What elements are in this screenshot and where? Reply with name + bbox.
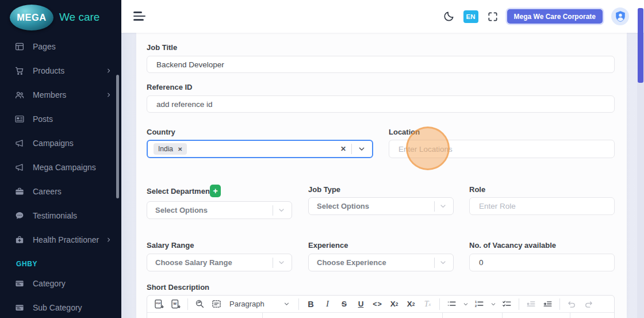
chevron-down-icon[interactable] — [439, 202, 447, 210]
chevron-down-icon[interactable] — [277, 206, 286, 214]
select-divider — [351, 144, 352, 154]
numbered-list-chevron-icon[interactable] — [489, 297, 497, 311]
svg-text:W: W — [173, 301, 177, 305]
brand-logo: MEGA We care — [0, 0, 121, 35]
experience-label: Experience — [308, 241, 348, 250]
export-word-icon[interactable]: W — [168, 297, 183, 311]
underline-button[interactable]: U — [354, 297, 368, 311]
megaphone-icon — [14, 138, 25, 148]
role-input[interactable] — [469, 197, 615, 215]
job-type-select[interactable]: Select Options — [308, 197, 454, 215]
job-title-input[interactable] — [147, 56, 615, 73]
sidebar-item-label: Pages — [33, 42, 56, 51]
salary-range-select[interactable]: Choose Salary Range — [147, 254, 292, 271]
hamburger-menu-button[interactable] — [133, 12, 146, 23]
user-avatar-button[interactable] — [611, 7, 629, 25]
code-button[interactable]: <> — [370, 297, 385, 311]
bullet-list-icon[interactable] — [444, 297, 459, 311]
country-tag[interactable]: India ✕ — [154, 143, 187, 155]
sidebar-item-mega-campaigns[interactable]: Mega Campaigns — [0, 155, 121, 179]
toolbar-divider — [439, 298, 440, 310]
chevron-down-icon[interactable] — [439, 258, 447, 267]
short-description-label: Short Description — [147, 283, 209, 292]
bullet-list-chevron-icon[interactable] — [461, 297, 470, 311]
top-header: EN Mega We Care Corporate — [121, 0, 644, 33]
select-divider — [273, 258, 273, 268]
superscript-button[interactable]: X2 — [404, 297, 418, 311]
medical-bag-icon — [14, 235, 25, 245]
sidebar-item-posts[interactable]: Posts — [0, 107, 121, 131]
svg-text:1: 1 — [475, 300, 477, 304]
chevron-down-icon — [283, 300, 290, 308]
reference-id-input[interactable] — [147, 95, 615, 113]
salary-range-placeholder: Choose Salary Range — [155, 258, 232, 267]
select-divider — [434, 201, 435, 212]
sidebar-item-label: Mega Campaigns — [33, 163, 96, 172]
location-input[interactable] — [389, 140, 615, 158]
category-card-icon — [14, 278, 25, 289]
members-icon — [14, 90, 25, 100]
experience-select[interactable]: Choose Experience — [308, 254, 454, 271]
strikethrough-button[interactable]: S — [337, 297, 351, 311]
find-replace-icon[interactable] — [193, 297, 207, 311]
sidebar-item-members[interactable]: Members — [0, 83, 121, 107]
page-scrollbar-thumb[interactable] — [638, 8, 643, 83]
toolbar-second-row — [147, 313, 614, 318]
sidebar-item-campaigns[interactable]: Campaigns — [0, 131, 121, 155]
sidebar-item-sub-category[interactable]: Sub Category — [0, 296, 121, 318]
sidebar-item-careers[interactable]: Careers — [0, 179, 121, 204]
sidebar-item-testimonials[interactable]: Testimonials — [0, 204, 121, 228]
remove-tag-icon[interactable]: ✕ — [178, 146, 182, 152]
subscript-button[interactable]: X2 — [387, 297, 401, 311]
language-badge[interactable]: EN — [463, 10, 478, 23]
workspace-button[interactable]: Mega We Care Corporate — [507, 9, 603, 24]
select-all-icon[interactable] — [209, 297, 224, 311]
indent-icon[interactable] — [540, 297, 555, 311]
logo-primary-text: MEGA — [17, 12, 47, 23]
dark-mode-moon-button[interactable] — [443, 10, 455, 22]
country-tag-text: India — [158, 145, 173, 153]
country-multiselect[interactable]: India ✕ ✕ — [147, 140, 373, 158]
outdent-icon[interactable] — [524, 297, 538, 311]
export-pdf-icon[interactable]: PDF — [152, 297, 166, 311]
bold-button[interactable]: B — [304, 297, 318, 311]
sidebar-item-label: Category — [33, 279, 66, 288]
experience-placeholder: Choose Experience — [317, 258, 386, 267]
chevron-down-icon[interactable] — [357, 144, 366, 154]
undo-icon[interactable] — [565, 297, 579, 311]
department-select[interactable]: Select Options — [147, 201, 292, 219]
checklist-icon[interactable] — [500, 297, 514, 311]
logo-secondary-text: We care — [59, 11, 99, 24]
add-department-button[interactable]: + — [210, 185, 221, 197]
pages-icon — [14, 41, 25, 52]
sidebar-section-ghby: GHBY — [0, 252, 121, 271]
role-label: Role — [469, 185, 485, 194]
redo-icon[interactable] — [581, 297, 596, 311]
italic-button[interactable]: I — [320, 297, 335, 311]
category-card-icon — [14, 302, 25, 313]
sidebar-item-products[interactable]: Products — [0, 59, 121, 83]
clear-select-icon[interactable]: ✕ — [340, 145, 346, 153]
cart-icon — [14, 66, 25, 76]
sidebar-item-label: Testimonials — [33, 211, 77, 220]
posts-icon — [14, 114, 25, 124]
numbered-list-icon[interactable]: 12 — [472, 297, 486, 311]
clear-formatting-button[interactable]: Tx — [420, 297, 435, 311]
sidebar-item-label: Members — [33, 90, 66, 99]
reference-id-label: Reference ID — [147, 83, 192, 91]
sidebar-scrollbar-thumb[interactable] — [116, 75, 119, 198]
vacancy-input[interactable] — [469, 254, 615, 271]
job-form-card: Job Title Reference ID Country India ✕ ✕… — [136, 33, 627, 318]
paragraph-style-dropdown[interactable]: Paragraph — [229, 300, 290, 308]
fullscreen-icon-button[interactable] — [487, 11, 499, 22]
chevron-down-icon[interactable] — [277, 258, 286, 267]
sidebar-item-label: Careers — [33, 187, 62, 196]
sidebar-item-health-practitioner[interactable]: Health Practitioner — [0, 228, 121, 252]
toolbar-divider — [519, 298, 519, 310]
rich-text-editor-toolbar: PDF W Paragraph B I S U <> X2 — [147, 295, 615, 318]
select-divider — [434, 258, 435, 268]
sidebar-item-pages[interactable]: Pages — [0, 35, 121, 59]
job-title-label: Job Title — [147, 43, 177, 52]
sidebar: MEGA We care Pages Products Members Post… — [0, 0, 121, 318]
sidebar-item-category[interactable]: Category — [0, 271, 121, 296]
